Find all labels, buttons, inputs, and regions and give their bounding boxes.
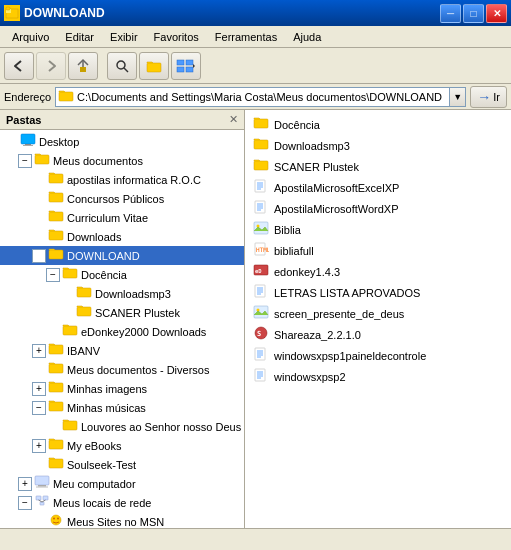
tree-item-meussites[interactable]: Meus Sites no MSN [0,512,244,528]
file-label-bibliafull: bibliafull [274,245,314,257]
file-label-docencia: Docência [274,119,320,131]
file-item-biblia[interactable]: Biblia [245,219,511,240]
folder-icon-meucomp [34,475,50,492]
tree-item-meusdocdiv[interactable]: Meus documentos - Diversos [0,360,244,379]
title-bar-left: DOWNLOAND [4,5,105,21]
svg-rect-14 [23,145,33,146]
file-item-docencia[interactable]: Docência [245,114,511,135]
tree-item-ibanv[interactable]: + IBANV [0,341,244,360]
left-panel: Pastas ✕ Desktop− Meus documentos aposti… [0,110,245,528]
expand-btn-minhamusicas[interactable]: − [32,401,46,415]
expand-btn-ibanv[interactable]: + [32,344,46,358]
folder-icon-downloads [48,228,64,245]
address-input[interactable] [77,91,447,103]
svg-rect-30 [49,440,63,449]
file-item-downloadsmp3[interactable]: Downloadsmp3 [245,135,511,156]
tree-label-minhamusicas: Minhas músicas [67,402,146,414]
svg-rect-20 [49,250,63,259]
expand-btn-meuslocais[interactable]: − [18,496,32,510]
file-item-screen[interactable]: screen_presente_de_deus [245,303,511,324]
close-button[interactable]: ✕ [486,4,507,23]
expand-btn-myebooks[interactable]: + [32,439,46,453]
svg-rect-35 [36,496,41,500]
tree-item-louvores[interactable]: Louvores ao Senhor nosso Deus [0,417,244,436]
tree-item-meusdoc[interactable]: − Meus documentos [0,151,244,170]
expand-btn-docencia[interactable]: − [46,268,60,282]
svg-rect-15 [35,155,49,164]
address-bar: Endereço ▼ → Ir [0,84,511,110]
expand-btn-meusdoc[interactable]: − [18,154,32,168]
file-label-windowsxpsp1: windowsxpsp1paineldecontrole [274,350,426,362]
folders-button[interactable] [139,52,169,80]
tree-item-downloadsmp3[interactable]: Downloadsmp3 [0,284,244,303]
file-icon-apostilaexcel [253,179,269,196]
tree-item-downloand[interactable]: − DOWNLOAND [0,246,244,265]
file-item-scaner[interactable]: SCANER Plustek [245,156,511,177]
file-item-apostilaexcel[interactable]: ApostilaMicrosoftExcelXP [245,177,511,198]
file-icon-bibliafull: HTML [253,242,269,259]
go-label: Ir [493,91,500,103]
file-label-shareaza: Shareaza_2.2.1.0 [274,329,361,341]
tree-item-myebooks[interactable]: + My eBooks [0,436,244,455]
svg-point-41 [53,518,55,520]
tree-item-meucomp[interactable]: +Meu computador [0,474,244,493]
file-item-bibliafull[interactable]: HTMLbibliafull [245,240,511,261]
folder-icon-edonkey [62,323,78,340]
tree-item-desktop[interactable]: Desktop [0,132,244,151]
menu-ferramentas[interactable]: Ferramentas [207,29,285,45]
tree-item-concursos[interactable]: Concursos Públicos [0,189,244,208]
forward-button[interactable] [36,52,66,80]
menu-exibir[interactable]: Exibir [102,29,146,45]
svg-rect-51 [254,161,268,170]
right-panel[interactable]: Docência Downloadsmp3 SCANER PlustekApos… [245,110,511,528]
tree-item-minhasimagens[interactable]: + Minhas imagens [0,379,244,398]
folder-icon-meusdocdiv [48,361,64,378]
svg-text:S: S [257,330,261,338]
panel-close-button[interactable]: ✕ [229,113,238,126]
tree-item-scaner[interactable]: SCANER Plustek [0,303,244,322]
file-icon-scaner [253,158,269,175]
file-item-edonkey[interactable]: eDedonkey1.4.3 [245,261,511,282]
menu-arquivo[interactable]: Arquivo [4,29,57,45]
file-item-apostilaword[interactable]: ApostilaMicrosoftWordXP [245,198,511,219]
tree-item-apostilas[interactable]: apostilas informatica R.O.C [0,170,244,189]
menu-editar[interactable]: Editar [57,29,102,45]
expand-btn-meucomp[interactable]: + [18,477,32,491]
address-folder-icon [58,89,74,105]
svg-rect-28 [49,402,63,411]
tree-item-meuslocais[interactable]: −Meus locais de rede [0,493,244,512]
tree-item-minhamusicas[interactable]: − Minhas músicas [0,398,244,417]
file-item-windowsxpsp2[interactable]: windowsxpsp2 [245,366,511,387]
menu-favoritos[interactable]: Favoritos [146,29,207,45]
tree-item-curriculum[interactable]: Curriculum Vitae [0,208,244,227]
svg-text:HTML: HTML [256,246,269,253]
tree-item-soulseek[interactable]: Soulseek-Test [0,455,244,474]
svg-rect-26 [49,364,63,373]
address-dropdown[interactable]: ▼ [450,87,466,107]
expand-btn-downloand[interactable]: − [32,249,46,263]
file-item-shareaza[interactable]: SShareaza_2.2.1.0 [245,324,511,345]
folder-icon-minhasimagens [48,380,64,397]
minimize-button[interactable]: ─ [440,4,461,23]
view-button[interactable] [171,52,201,80]
svg-rect-29 [63,421,77,430]
maximize-button[interactable]: □ [463,4,484,23]
search-button[interactable] [107,52,137,80]
tree-item-docencia[interactable]: − Docência [0,265,244,284]
svg-rect-32 [35,476,49,485]
menu-ajuda[interactable]: Ajuda [285,29,329,45]
tree-label-downloads: Downloads [67,231,121,243]
tree-view[interactable]: Desktop− Meus documentos apostilas infor… [0,130,244,528]
svg-rect-36 [43,496,48,500]
tree-item-edonkey[interactable]: eDonkey2000 Downloads [0,322,244,341]
svg-rect-17 [49,193,63,202]
tree-label-meusdoc: Meus documentos [53,155,143,167]
back-button[interactable] [4,52,34,80]
tree-label-meucomp: Meu computador [53,478,136,490]
file-item-windowsxpsp1[interactable]: windowsxpsp1paineldecontrole [245,345,511,366]
tree-item-downloads[interactable]: Downloads [0,227,244,246]
go-button[interactable]: → Ir [470,86,507,108]
up-button[interactable] [68,52,98,80]
expand-btn-minhasimagens[interactable]: + [32,382,46,396]
file-item-letras[interactable]: LETRAS LISTA APROVADOS [245,282,511,303]
